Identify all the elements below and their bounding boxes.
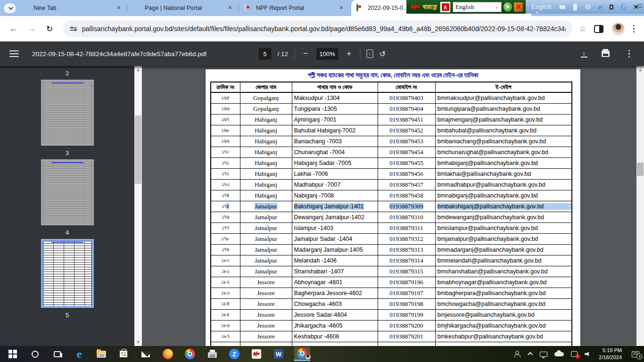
rotate-icon[interactable]: ↻ [379,49,385,58]
avro-app-icon[interactable]: ∧ [440,2,450,12]
district-cell: Habiganj [240,125,292,136]
print-icon[interactable] [602,50,610,57]
keyboard-icon[interactable] [559,5,566,9]
branch-cell: Sharishabari -1407 [292,266,378,277]
profile-avatar[interactable] [612,23,625,35]
file-explorer-button[interactable] [95,347,108,361]
serial-cell: ১৭৮ [211,233,240,244]
scrollbar-thumb[interactable] [135,115,141,184]
show-hidden-icons-button[interactable] [529,352,533,356]
tab-national-portal[interactable]: Page | National Portal × [128,0,239,16]
table-row: ১৬৮HabiganjBahubal Habiganj-700201938879… [211,125,572,136]
people-tray-button[interactable] [514,351,522,357]
thumbnail-scrollbar[interactable]: ▲ ▼ [134,66,142,346]
table-row: ১৮৪JessoreChowgacha -460301938879198bmch… [211,298,572,309]
clock[interactable]: 5:19 PM 2/18/2024 [599,347,622,361]
pdf-viewer-area: 2 3 4 5 ▲ ▼ পল্লী সঞ্চয় ব্যাংকের শাখা স… [0,66,644,346]
zoom-app-button[interactable]: Z [228,347,241,361]
chevron-down-icon: ▾ [536,10,538,15]
page-number-input[interactable]: 5 [259,48,272,60]
avro-keyboard-button[interactable] [250,347,263,361]
restore-window-icon[interactable] [610,5,613,9]
avro-download-icon[interactable]: ▼ [504,2,512,12]
scanner-button[interactable] [206,347,219,361]
scroll-down-icon[interactable]: ▼ [134,338,142,346]
new-tab-favicon [22,4,29,12]
side-panel-icon[interactable] [594,25,603,33]
chrome-active-window-button[interactable] [294,347,310,361]
table-row: ১৮০JamalpurMelandah -140601938879314bmme… [211,255,572,266]
onedrive-tray-button[interactable] [554,352,564,356]
thumbnail-page-3[interactable] [41,80,94,146]
mobile-cell: 01938879198 [378,298,435,309]
windows-language-bar: English▾ ⚙ e ? × [526,0,644,14]
table-row: ১৬৫GopalganjMaksudpur -130401938879403bm… [211,92,572,103]
table-header-row: ক্রমিক নং জেলার নাম শাখার নাম ও কোড মোবা… [211,82,572,92]
header-email: ই-মেইল [435,82,572,92]
serial-cell: ১৮৫ [211,309,240,320]
gear-icon[interactable]: ⚙ [585,3,591,11]
serial-cell: ১৭০ [211,147,240,157]
help-icon[interactable]: ? [621,3,626,10]
pdf-more-menu-icon[interactable] [628,50,630,58]
avro-language-select[interactable]: English ⌄ [453,2,502,12]
scroll-up-icon[interactable]: ▲ [134,66,142,74]
email-cell: bmhabiganj@pallisanchaybank.gov.bd [435,157,572,168]
thumbnail-page-4[interactable] [41,159,94,225]
thumbnail-page-5-selected[interactable] [41,239,94,308]
fit-page-icon[interactable]: ↕ [366,49,373,58]
address-bar[interactable]: pallisanchaybank.portal.gov.bd/sites/def… [63,20,572,37]
mobile-cell: 01938879309 [378,201,435,212]
mobile-cell: 01938879458 [378,190,435,201]
chevron-down-icon: ⌄ [495,4,498,9]
forward-button[interactable]: → [24,21,39,36]
language-label[interactable]: English▾ [531,3,552,10]
header-branch: শাখার নাম ও কোড [292,82,378,92]
scroll-up-icon[interactable]: ▲ [636,66,644,74]
branch-cell: Keshabpur -4606 [292,331,378,342]
edge-button[interactable]: e [73,347,86,361]
network-tray-button[interactable] [540,352,547,357]
alert-tray-button[interactable]: ! [571,351,578,357]
reload-button[interactable]: ↻ [42,21,57,36]
site-settings-icon[interactable] [70,25,77,33]
cortana-button[interactable] [28,347,41,361]
avro-disabled-layout-icon[interactable] [514,2,523,12]
zoom-in-button[interactable]: + [344,49,354,58]
action-center-button[interactable]: 3 [632,351,639,357]
start-button[interactable] [6,347,19,361]
tab-new-tab[interactable]: New Tab × [17,0,127,16]
task-view-button[interactable] [50,347,64,361]
page-scrollbar[interactable]: ▲ [636,66,644,346]
branch-table: ক্রমিক নং জেলার নাম শাখার নাম ও কোড মোবা… [210,82,572,346]
header-mobile: মোবাইল নং [378,82,435,92]
tab-npf-report-portal[interactable]: NPF Report Portal × [239,0,350,16]
district-cell: Habiganj [240,147,292,157]
browser-menu-icon[interactable] [633,25,635,33]
back-button[interactable]: ← [6,21,21,36]
divider [294,49,295,59]
bookmark-star-icon[interactable]: ☆ [579,24,586,34]
volume-tray-button[interactable] [585,352,592,356]
ie-icon[interactable]: e [599,2,603,12]
branch-cell: Ajmiriganj -7001 [292,114,378,125]
alert-badge: ! [575,354,580,359]
tab-search-button[interactable] [4,3,16,13]
mail-button[interactable] [139,347,152,361]
tab-close-icon[interactable]: × [115,4,123,12]
mobile-cell: 01938879200 [378,320,435,331]
firefox-button[interactable] [161,347,174,361]
mobile-cell: 01938879315 [378,266,435,277]
close-icon[interactable]: × [634,2,638,12]
tab-close-icon[interactable]: × [226,4,234,12]
scrollbar-thumb[interactable] [637,163,644,176]
chrome-button[interactable] [183,347,197,361]
download-icon[interactable]: ↓ [581,50,587,58]
input-assistant-icon[interactable] [573,4,577,10]
zoom-out-button[interactable]: − [301,49,310,58]
microsoft-store-button[interactable] [117,347,130,361]
tab-close-icon[interactable]: × [338,4,345,12]
zoom-level-input[interactable]: 100% [316,48,338,60]
word-button[interactable]: W [272,347,285,361]
pdf-menu-icon[interactable] [9,50,19,57]
